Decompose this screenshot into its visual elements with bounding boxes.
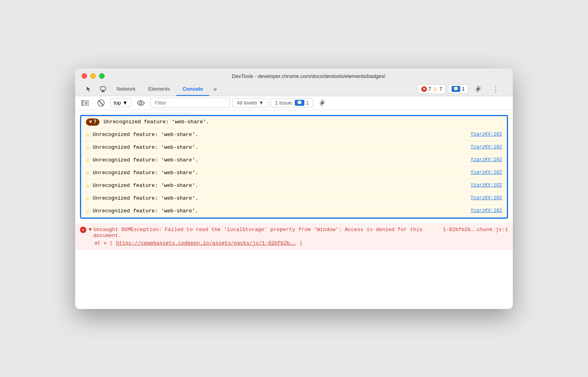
close-button[interactable] xyxy=(82,73,87,79)
chat-badge[interactable]: 💬 1 xyxy=(448,84,468,93)
all-levels-label: All levels xyxy=(237,100,257,106)
warning-row-4[interactable]: ⚠ Unrecognized feature: 'web-share'. Yza… xyxy=(81,167,507,179)
tab-network[interactable]: Network xyxy=(110,83,142,96)
eye-icon[interactable] xyxy=(134,99,148,107)
group-header-text: Unrecognized feature: 'web-share'. xyxy=(103,119,209,125)
chat-count: 1 xyxy=(462,86,465,92)
top-label: top xyxy=(114,100,121,106)
warning-count: 7 xyxy=(440,86,442,92)
warning-triangle-icon: ⚠ xyxy=(433,86,438,92)
source-link-1[interactable]: YzarzKV:102 xyxy=(471,132,502,137)
devtools-tabbar: Network Elements Console » ✕ 7 ⚠ 7 💬 1 xyxy=(82,82,506,96)
sidebar-toggle-button[interactable] xyxy=(78,99,92,107)
error-main-text: Uncaught DOMException: Failed to read th… xyxy=(93,227,423,239)
error-badge[interactable]: ✕ 7 ⚠ 7 xyxy=(418,84,446,94)
error-count: 7 xyxy=(428,86,431,92)
source-link-2[interactable]: YzarzKV:102 xyxy=(471,144,502,150)
svg-point-10 xyxy=(140,102,142,104)
warning-row-2[interactable]: ⚠ Unrecognized feature: 'web-share'. Yza… xyxy=(81,141,507,154)
warning-icon-2: ⚠ xyxy=(86,144,90,151)
warning-icon-4: ⚠ xyxy=(86,169,90,177)
source-link-5[interactable]: YzarzKV:102 xyxy=(471,183,502,188)
more-tabs-button[interactable]: » xyxy=(209,83,221,95)
tab-console[interactable]: Console xyxy=(176,83,209,96)
window-title: DevTools - developer.chrome.com/docs/dev… xyxy=(111,73,506,79)
warning-icon-1: ⚠ xyxy=(86,131,90,138)
settings-icon[interactable] xyxy=(471,83,486,95)
svg-rect-4 xyxy=(82,100,84,106)
source-link-7[interactable]: YzarzKV:102 xyxy=(471,208,502,214)
warning-text-5: Unrecognized feature: 'web-share'. xyxy=(93,183,198,188)
group-count-badge: ▼ 7 xyxy=(86,119,99,126)
warning-row-3[interactable]: ⚠ Unrecognized feature: 'web-share'. Yza… xyxy=(81,154,507,167)
error-more-text: ) xyxy=(299,240,302,246)
titlebar: DevTools - developer.chrome.com/docs/dev… xyxy=(75,68,513,96)
console-content: ▼ 7 Unrecognized feature: 'web-share'. ⚠… xyxy=(75,110,513,309)
more-options-icon[interactable]: ⋮ xyxy=(488,82,503,96)
warning-text-2: Unrecognized feature: 'web-share'. xyxy=(93,144,198,150)
warning-row-6[interactable]: ⚠ Unrecognized feature: 'web-share'. Yza… xyxy=(81,192,507,205)
warning-row-1[interactable]: ⚠ Unrecognized feature: 'web-share'. Yza… xyxy=(81,128,507,141)
tab-elements[interactable]: Elements xyxy=(142,83,176,96)
console-settings-icon[interactable] xyxy=(315,98,329,108)
error-circle-icon: ✕ xyxy=(80,227,86,233)
warning-row-5[interactable]: ⚠ Unrecognized feature: 'web-share'. Yza… xyxy=(81,179,507,192)
dropdown-arrow: ▼ xyxy=(123,100,128,106)
svg-rect-0 xyxy=(101,87,105,90)
error-expand-arrow: ▼ xyxy=(89,227,92,233)
warning-text-7: Unrecognized feature: 'web-share'. xyxy=(93,208,198,214)
console-toolbar: top ▼ All levels ▼ 1 Issue: 💬 1 xyxy=(75,96,513,110)
svg-rect-1 xyxy=(102,91,104,91)
svg-line-9 xyxy=(99,101,103,105)
inspect-icon[interactable] xyxy=(96,84,110,95)
chat-icon: 💬 xyxy=(452,86,460,92)
warning-text-6: Unrecognized feature: 'web-share'. xyxy=(93,195,198,201)
error-icon: ✕ xyxy=(421,86,427,92)
console-warning-group: ▼ 7 Unrecognized feature: 'web-share'. ⚠… xyxy=(80,115,508,219)
source-link-6[interactable]: YzarzKV:102 xyxy=(471,195,502,201)
devtools-window: DevTools - developer.chrome.com/docs/dev… xyxy=(75,68,513,309)
filter-input[interactable] xyxy=(150,98,230,108)
levels-dropdown-arrow: ▼ xyxy=(259,100,264,106)
warning-text-3: Unrecognized feature: 'web-share'. xyxy=(93,157,198,163)
minimize-button[interactable] xyxy=(90,73,96,79)
issue-chat-icon: 💬 xyxy=(295,100,304,106)
warning-text-4: Unrecognized feature: 'web-share'. xyxy=(93,170,198,176)
svg-rect-2 xyxy=(101,91,105,92)
error-stack-text: at v ( xyxy=(94,240,113,246)
log-levels-button[interactable]: All levels ▼ xyxy=(232,98,268,107)
group-count: 7 xyxy=(93,119,96,125)
warning-icon-7: ⚠ xyxy=(86,207,90,215)
issue-badge[interactable]: 1 Issue: 💬 1 xyxy=(271,98,313,107)
badge-group: ✕ 7 ⚠ 7 💬 1 ⋮ xyxy=(418,82,503,96)
issue-label: 1 Issue: xyxy=(275,100,293,106)
group-header-row[interactable]: ▼ 7 Unrecognized feature: 'web-share'. xyxy=(81,116,507,128)
source-link-4[interactable]: YzarzKV:102 xyxy=(471,170,502,175)
clear-console-button[interactable] xyxy=(94,98,108,108)
error-source-link[interactable]: 1-02bfb2b….chunk.js:1 xyxy=(443,227,508,233)
warning-icon-5: ⚠ xyxy=(86,182,90,189)
error-stack-url[interactable]: https://cpwebassets.codepen.io/assets/pa… xyxy=(116,240,296,246)
warning-icon-3: ⚠ xyxy=(86,156,90,164)
error-row[interactable]: ✕ ▼ Uncaught DOMException: Failed to rea… xyxy=(75,223,513,250)
warning-text-1: Unrecognized feature: 'web-share'. xyxy=(93,132,198,138)
source-link-3[interactable]: YzarzKV:102 xyxy=(471,157,502,163)
maximize-button[interactable] xyxy=(99,73,105,79)
expand-triangle: ▼ xyxy=(89,119,92,125)
cursor-icon[interactable] xyxy=(82,84,96,95)
traffic-lights xyxy=(82,73,105,79)
context-selector[interactable]: top ▼ xyxy=(110,98,131,107)
issue-count: 1 xyxy=(306,100,309,106)
warning-row-7[interactable]: ⚠ Unrecognized feature: 'web-share'. Yza… xyxy=(81,205,507,218)
warning-icon-6: ⚠ xyxy=(86,194,90,202)
